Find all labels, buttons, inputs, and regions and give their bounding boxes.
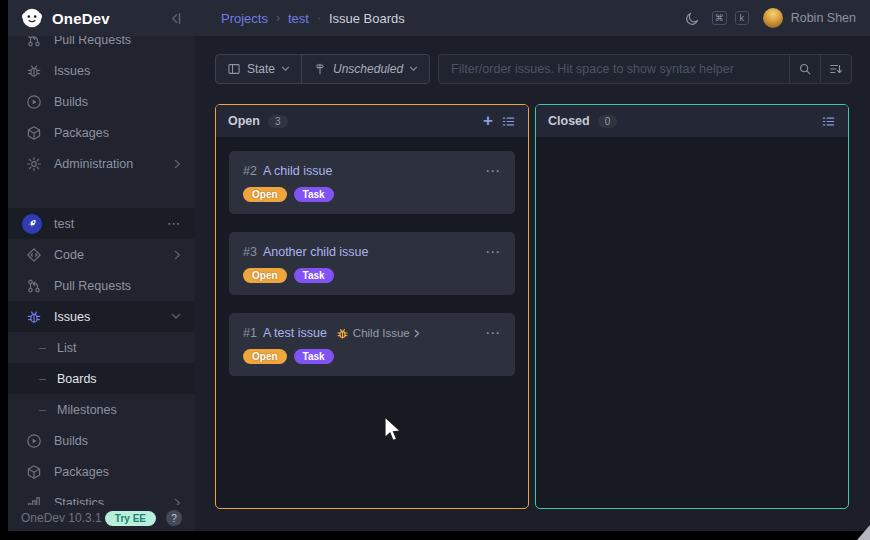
column-list-view-icon[interactable] [501,114,516,129]
child-issue-link[interactable]: Child Issue [336,327,420,340]
board-state-dropdown[interactable]: State [216,55,301,83]
bug-icon [336,327,349,340]
column-list-view-icon[interactable] [821,114,836,129]
play-circle-icon [26,433,42,449]
sidebar-item-label: Statistics [54,496,104,506]
sidebar-item-label: Issues [54,310,90,324]
sidebar-section-gap [8,179,195,208]
sub-item-dash: – [39,403,48,417]
board-select-group: State Unscheduled [215,54,430,84]
state-label-open: Open [243,349,287,364]
sub-item-dash: – [39,341,48,355]
sidebar-item-issues-boards[interactable]: – Boards [8,363,195,394]
issue-number: #3 [243,245,257,259]
sidebar-item-label: Pull Requests [54,279,131,293]
app-title: OneDev [52,10,110,27]
chevron-down-icon [409,66,418,72]
sub-item-dash: – [39,372,48,386]
sidebar-item-issues-milestones[interactable]: – Milestones [8,394,195,425]
version-label: OneDev 10.3.1 [21,511,102,525]
board-column-open: Open 3 + #2 A child issue ⋯ [215,104,529,509]
chevron-right-icon [174,159,181,169]
top-bar: OneDev Projects › test · Issue Boards ⌘ … [8,0,870,36]
search-icon [798,62,812,76]
sidebar-item-issues[interactable]: Issues [8,55,195,86]
sidebar-item-project-packages[interactable]: Packages [8,456,195,487]
sidebar-item-issues-list[interactable]: – List [8,332,195,363]
shortcut-key-k: k [735,11,749,25]
dark-mode-toggle-icon[interactable] [685,11,700,26]
issue-title-link[interactable]: A test issue [263,326,327,340]
sidebar-item-builds[interactable]: Builds [8,86,195,117]
add-issue-button[interactable]: + [483,114,493,128]
sidebar-item-label: Administration [54,157,133,171]
state-label-open: Open [243,268,287,283]
sidebar-item-label: Packages [54,465,109,479]
sidebar-item-statistics[interactable]: Statistics [8,487,195,505]
sidebar-item-code[interactable]: Code [8,239,195,270]
label-row: Open Task [243,268,501,283]
collapse-sidebar-button[interactable] [168,11,183,26]
issue-card[interactable]: #3 Another child issue ⋯ Open Task [229,232,515,295]
topbar-right: ⌘ k Robin Shen [685,8,870,28]
bug-icon [26,309,42,325]
chevron-right-icon [414,329,420,338]
breadcrumb-separator: › [276,11,280,25]
card-menu-button[interactable]: ⋯ [485,167,501,175]
breadcrumb-projects-link[interactable]: Projects [221,11,268,26]
board-state-label: State [247,62,275,76]
sidebar-item-project-pull-requests[interactable]: Pull Requests [8,270,195,301]
package-icon [26,125,42,141]
sidebar-item-administration[interactable]: Administration [8,148,195,179]
sidebar-item-label: Pull Requests [54,36,131,47]
sidebar-item-label: Builds [54,434,88,448]
issue-card[interactable]: #1 A test issue Child Issue ⋯ Op [229,313,515,376]
sidebar-item-label: Builds [54,95,88,109]
user-name[interactable]: Robin Shen [791,11,856,25]
issue-card[interactable]: #2 A child issue ⋯ Open Task [229,151,515,214]
column-title: Closed [548,114,590,128]
try-ee-badge[interactable]: Try EE [105,511,156,526]
sidebar-item-label: Code [54,248,84,262]
sidebar-item-project-issues[interactable]: Issues [8,301,195,332]
sidebar: Pull Requests Issues Builds Packages [8,36,195,531]
sidebar-item-project-test[interactable]: test ⋯ [8,208,195,239]
sidebar-nav: Pull Requests Issues Builds Packages [8,36,195,505]
pull-request-icon [26,278,42,294]
column-header: Open 3 + [216,105,528,137]
issue-title-link[interactable]: A child issue [263,164,332,178]
card-menu-button[interactable]: ⋯ [485,329,501,337]
filter-input[interactable] [439,55,789,83]
column-count-badge: 3 [268,115,288,128]
card-menu-button[interactable]: ⋯ [485,248,501,256]
gear-icon [26,156,42,172]
bar-chart-icon [26,495,42,506]
play-circle-icon [26,94,42,110]
chevron-down-icon [281,66,290,72]
milestone-dropdown[interactable]: Unscheduled [301,55,429,83]
project-more-button[interactable]: ⋯ [167,216,181,231]
help-button[interactable]: ? [166,510,182,526]
sidebar-item-project-builds[interactable]: Builds [8,425,195,456]
child-issue-link-label: Child Issue [353,327,410,339]
sidebar-footer: OneDev 10.3.1 Try EE ? [8,505,195,531]
sidebar-item-label: test [54,217,74,231]
sidebar-item-label: Packages [54,126,109,140]
logo-area: OneDev [8,7,195,29]
sidebar-item-pull-requests[interactable]: Pull Requests [8,36,195,55]
sidebar-item-label: List [57,341,76,355]
card-list [536,137,848,165]
user-avatar[interactable] [763,8,783,28]
filter-bar [438,54,852,84]
bug-icon [26,63,42,79]
search-button[interactable] [789,55,820,83]
breadcrumb-project-link[interactable]: test [288,11,309,26]
sidebar-item-packages[interactable]: Packages [8,117,195,148]
issue-number: #1 [243,326,257,340]
order-button[interactable] [820,55,851,83]
issue-title-link[interactable]: Another child issue [263,245,369,259]
state-label-open: Open [243,187,287,202]
sidebar-item-label: Boards [57,372,97,386]
board-columns-icon [227,62,241,76]
column-title: Open [228,114,260,128]
